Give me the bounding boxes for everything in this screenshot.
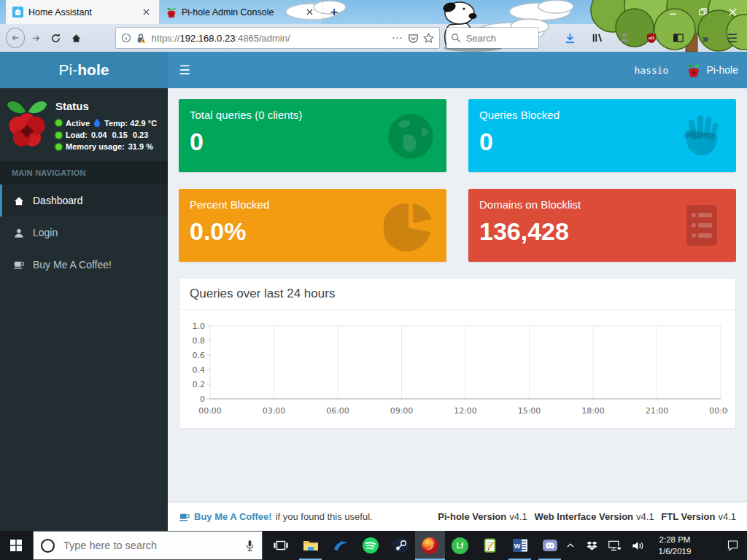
taskbar-file-explorer[interactable] (295, 531, 325, 560)
home-assistant-icon (12, 7, 23, 18)
file-explorer-icon (302, 537, 320, 554)
microphone-icon[interactable] (245, 540, 255, 552)
svg-text:W: W (514, 542, 520, 550)
sidebar-item-coffee[interactable]: Buy Me A Coffee! (0, 249, 168, 281)
sidebar-toggle-icon[interactable]: ☰ (168, 52, 201, 88)
sidebar-icon[interactable] (670, 29, 687, 47)
home-icon[interactable] (67, 28, 85, 47)
svg-text:09:00: 09:00 (390, 406, 414, 416)
svg-text:0.6: 0.6 (193, 351, 206, 360)
taskbar-discord[interactable] (535, 531, 565, 560)
taskbar-lastfm[interactable]: Lf (445, 531, 475, 560)
pihole-logo[interactable]: Pi-hole (0, 52, 168, 88)
cortana-icon (41, 539, 55, 553)
start-button[interactable] (0, 531, 33, 560)
version-info: Pi-hole Versionv4.1 Web Interface Versio… (433, 511, 736, 522)
svg-text:1.0: 1.0 (193, 322, 206, 331)
lastfm-icon: Lf (452, 537, 468, 554)
tab-pihole-admin[interactable]: Pi-hole Admin Console (160, 0, 323, 24)
toolbar-icons: uO » ☰ (562, 29, 741, 47)
pi-hole-raspberry-icon (6, 97, 48, 148)
coffee-icon (12, 260, 25, 270)
tray-chevron-icon[interactable] (565, 540, 576, 551)
summary-cards: Total queries (0 clients) 0 Queries Bloc… (179, 99, 736, 262)
queries-chart[interactable]: 00:0003:0006:0009:0012:0015:0018:0021:00… (182, 316, 729, 425)
status-title: Status (55, 100, 157, 112)
bookmark-star-icon[interactable] (423, 33, 434, 44)
header-app-link[interactable]: Pi-hole (687, 63, 738, 78)
status-row-load: Load: 0.04 0.15 0.23 (55, 131, 157, 139)
forward-icon[interactable] (27, 28, 44, 47)
menu-hamburger-icon[interactable]: ☰ (724, 29, 741, 47)
speaker-icon[interactable] (631, 540, 645, 552)
network-icon[interactable] (608, 540, 622, 552)
card-total-queries[interactable]: Total queries (0 clients) 0 (179, 99, 446, 172)
page-actions-icon[interactable]: ⋯ (392, 31, 403, 44)
notepad-plus-plus-icon (482, 537, 498, 553)
firefox-icon (421, 537, 439, 555)
pihole-sidebar: Status Active Temp: 42.9 °C Load: 0.04 0… (0, 88, 168, 531)
taskbar-firefox[interactable] (415, 531, 445, 560)
nav-section-label: MAIN NAVIGATION (0, 161, 168, 184)
minimize-icon[interactable] (669, 8, 677, 16)
pi-hole-raspberry-icon (687, 63, 700, 78)
taskbar-search-input[interactable] (62, 539, 238, 552)
hassio-label[interactable]: hassio (634, 65, 668, 76)
sidebar-item-login[interactable]: Login (0, 217, 168, 249)
taskbar-spotify[interactable] (355, 531, 385, 560)
info-icon[interactable] (121, 33, 131, 43)
dropbox-icon[interactable] (586, 540, 598, 552)
status-panel: Status Active Temp: 42.9 °C Load: 0.04 0… (0, 88, 168, 161)
search-input[interactable] (465, 32, 526, 44)
taskbar-dolphin[interactable] (325, 531, 355, 560)
restore-icon[interactable] (699, 8, 707, 16)
pihole-footer: Buy Me A Coffee! if you found this usefu… (168, 502, 747, 531)
taskbar-steam[interactable] (385, 531, 415, 560)
action-center-icon[interactable] (726, 539, 740, 552)
globe-icon (384, 109, 438, 163)
tab-close-icon[interactable] (303, 7, 316, 17)
task-view-button[interactable] (266, 531, 295, 560)
pie-chart-icon (384, 199, 438, 253)
coffee-text: if you found this useful. (276, 511, 373, 522)
library-icon[interactable] (589, 29, 606, 47)
card-domains-blocklist[interactable]: Domains on Blocklist 136,428 (468, 189, 736, 262)
search-box[interactable] (446, 28, 538, 48)
new-tab-button[interactable]: + (323, 0, 345, 24)
extension-icon[interactable] (616, 29, 633, 47)
overflow-chevrons-icon[interactable]: » (697, 29, 714, 47)
panel-title: Queries over last 24 hours (179, 279, 735, 310)
home-icon (12, 195, 25, 206)
close-icon[interactable] (729, 8, 737, 16)
pocket-icon[interactable] (408, 33, 419, 44)
status-row-active: Active Temp: 42.9 °C (55, 118, 157, 128)
back-icon[interactable] (6, 28, 25, 48)
taskbar-word[interactable]: W (505, 531, 535, 560)
queries-panel: Queries over last 24 hours 00:0003:0006:… (179, 278, 736, 429)
tab-close-icon[interactable] (140, 7, 152, 17)
coffee-link[interactable]: Buy Me A Coffee! (194, 511, 272, 522)
tab-home-assistant[interactable]: Home Assistant (6, 0, 160, 24)
coffee-icon (179, 512, 190, 522)
status-row-memory: Memory usage: 31.9 % (55, 142, 157, 151)
card-queries-blocked[interactable]: Queries Blocked 0 (468, 99, 736, 172)
discord-icon (541, 537, 559, 554)
address-bar[interactable]: https://192.168.0.23:4865/admin/ ⋯ (116, 28, 438, 48)
url-text: https://192.168.0.23:4865/admin/ (151, 33, 387, 44)
taskbar-notepad-plus-plus[interactable] (475, 531, 505, 560)
temperature-icon[interactable] (93, 118, 101, 128)
refresh-icon[interactable] (47, 28, 65, 47)
ublock-icon[interactable]: uO (643, 29, 660, 47)
taskbar-search[interactable] (33, 531, 263, 560)
sidebar-item-dashboard[interactable]: Dashboard (0, 184, 168, 217)
header-right: hassio Pi-hole (634, 52, 738, 88)
taskbar-clock[interactable]: 2:28 PM 1/6/2019 (654, 534, 695, 557)
navigation-toolbar: https://192.168.0.23:4865/admin/ ⋯ (0, 24, 747, 52)
desktop: Home Assistant Pi-hole Admin Console + (0, 0, 747, 560)
green-status-dot-icon (55, 120, 62, 126)
card-percent-blocked[interactable]: Percent Blocked 0.0% (179, 189, 446, 262)
insecure-lock-icon[interactable] (136, 33, 147, 44)
download-icon[interactable] (562, 29, 579, 47)
windows-taskbar: Lf W 2:28 PM 1/6/2019 (0, 531, 747, 560)
pi-hole-raspberry-icon (166, 7, 177, 18)
